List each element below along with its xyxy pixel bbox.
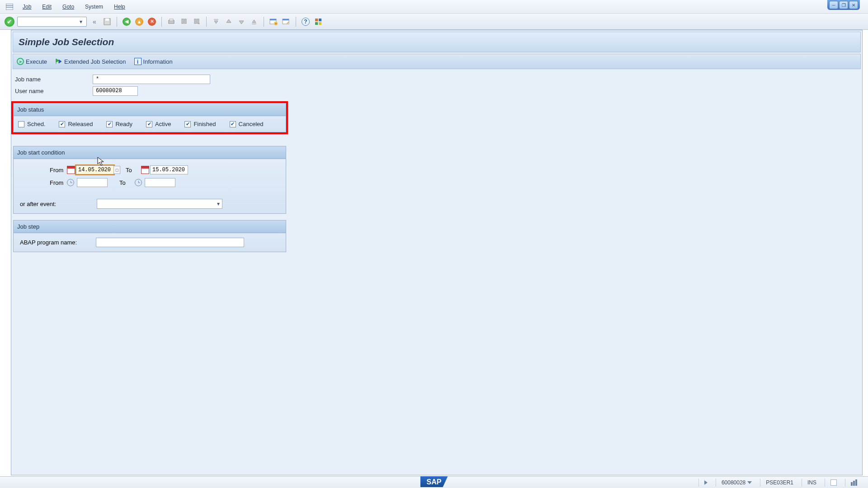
first-page-button[interactable]: [211, 17, 221, 27]
svg-rect-13: [270, 19, 276, 20]
chevron-down-icon: ▾: [77, 18, 85, 25]
separator: [264, 17, 264, 27]
separator: [206, 17, 207, 27]
create-shortcut-button[interactable]: [281, 17, 291, 27]
minimize-button[interactable]: ─: [829, 1, 838, 9]
find-next-button[interactable]: +: [192, 17, 202, 27]
menu-edit[interactable]: Edit: [38, 2, 56, 12]
svg-rect-0: [6, 4, 13, 10]
print-button[interactable]: [166, 17, 176, 27]
cancel-button[interactable]: ✕: [147, 17, 157, 27]
next-page-button[interactable]: [236, 17, 246, 27]
svg-rect-17: [283, 19, 289, 20]
menubar: Job Edit Goto System Help: [0, 0, 868, 14]
separator: [296, 17, 296, 27]
command-field[interactable]: ▾: [17, 17, 87, 27]
help-button[interactable]: ?: [301, 17, 311, 27]
layout-button[interactable]: [313, 17, 323, 27]
menu-help[interactable]: Help: [109, 2, 130, 12]
separator: [117, 17, 117, 27]
svg-rect-9: [194, 19, 196, 23]
new-session-button[interactable]: +: [269, 17, 278, 27]
menu-goto[interactable]: Goto: [58, 2, 79, 12]
svg-rect-6: [170, 19, 173, 21]
app-menu-icon[interactable]: [5, 3, 14, 11]
exit-button[interactable]: ▲: [134, 17, 144, 27]
svg-rect-4: [105, 19, 109, 21]
window-controls: ─ ❐ ✕: [827, 0, 860, 10]
svg-text:+: +: [275, 22, 277, 25]
menu-system[interactable]: System: [80, 2, 108, 12]
svg-rect-7: [182, 19, 184, 23]
separator: [161, 17, 162, 27]
toolbar: ✔ ▾ « ◀ ▲ ✕ + + ?: [0, 14, 868, 30]
last-page-button[interactable]: [249, 17, 259, 27]
menu-job[interactable]: Job: [18, 2, 36, 12]
svg-rect-18: [315, 19, 318, 21]
save-button[interactable]: [102, 17, 112, 27]
back-collapse-button[interactable]: «: [90, 17, 99, 27]
find-button[interactable]: [179, 17, 189, 27]
svg-rect-8: [184, 19, 186, 23]
svg-text:+: +: [198, 22, 200, 25]
enter-button[interactable]: ✔: [5, 17, 14, 27]
svg-rect-19: [319, 19, 321, 21]
svg-rect-20: [315, 22, 318, 25]
maximize-button[interactable]: ❐: [839, 1, 848, 9]
prev-page-button[interactable]: [224, 17, 234, 27]
back-button[interactable]: ◀: [122, 17, 132, 27]
close-button[interactable]: ✕: [849, 1, 858, 9]
svg-rect-21: [319, 22, 321, 25]
